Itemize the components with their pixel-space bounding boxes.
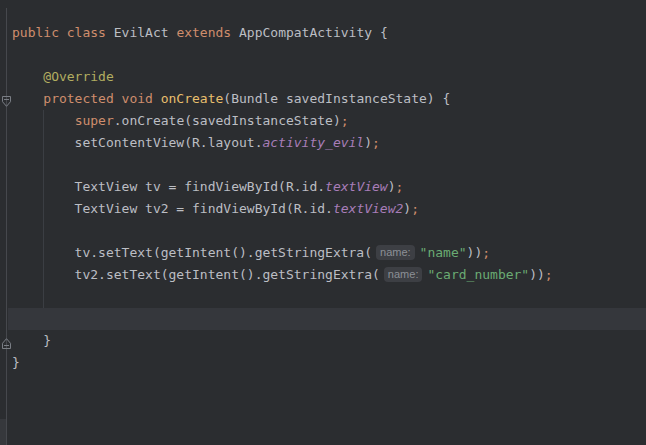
code-token-keyword: protected void (43, 91, 160, 106)
code-token-keyword: super (75, 113, 114, 128)
fold-collapse-down-icon[interactable] (1, 93, 12, 106)
code-token-plain: } (12, 333, 51, 348)
code-token-plain: TextView tv2 = findViewById(R.id. (12, 201, 333, 216)
code-line[interactable]: TextView tv2 = findViewById(R.id.textVie… (8, 198, 646, 220)
code-token-plain: TextView tv = findViewById(R.id. (12, 179, 325, 194)
code-token-plain (12, 113, 75, 128)
fold-collapse-up-icon[interactable] (1, 335, 12, 348)
code-token-string: "card_number" (427, 267, 529, 282)
code-token-plain: (Bundle savedInstanceState) { (223, 91, 450, 106)
code-token-plain: AppCompatActivity { (239, 25, 388, 40)
code-token-semicolon: ; (482, 245, 490, 260)
code-token-keyword: public class (12, 25, 114, 40)
code-token-string: "name" (420, 245, 467, 260)
code-line[interactable] (8, 154, 646, 176)
code-line[interactable]: tv.setText(getIntent().getStringExtra(na… (8, 242, 646, 264)
code-token-plain: tv2.setText(getIntent().getStringExtra( (12, 267, 380, 282)
code-token-semicolon: ; (341, 113, 349, 128)
code-token-plain: ) (364, 135, 372, 150)
code-token-semicolon: ; (396, 179, 404, 194)
code-line[interactable]: @Override (8, 66, 646, 88)
parameter-name-hint[interactable]: name: (376, 245, 415, 260)
code-area[interactable]: public class EvilAct extends AppCompatAc… (8, 22, 646, 445)
code-token-semicolon: ; (411, 201, 419, 216)
gutter-separator (6, 8, 7, 445)
code-token-resource: activity_evil (262, 135, 364, 150)
code-line[interactable]: super.onCreate(savedInstanceState); (8, 110, 646, 132)
code-line[interactable] (8, 286, 646, 308)
code-token-plain: tv.setText(getIntent().getStringExtra( (12, 245, 372, 260)
code-line[interactable]: TextView tv = findViewById(R.id.textView… (8, 176, 646, 198)
code-token-keyword: extends (176, 25, 239, 40)
code-line[interactable]: } (8, 352, 646, 374)
code-token-plain: )) (529, 267, 545, 282)
code-token-semicolon: ; (545, 267, 553, 282)
code-line[interactable]: } (8, 330, 646, 352)
code-line[interactable]: protected void onCreate(Bundle savedInst… (8, 88, 646, 110)
code-token-method: onCreate (161, 91, 224, 106)
panel-edge (0, 419, 6, 445)
code-token-resource: textView2 (333, 201, 403, 216)
code-token-plain: } (12, 355, 20, 370)
code-token-plain: setContentView(R.layout. (12, 135, 262, 150)
code-editor: public class EvilAct extends AppCompatAc… (0, 0, 646, 445)
code-line[interactable] (8, 44, 646, 66)
code-token-plain: )) (467, 245, 483, 260)
code-line[interactable] (8, 220, 646, 242)
code-token-annotation: @Override (43, 69, 113, 84)
code-token-plain: ) (403, 201, 411, 216)
caret-line[interactable] (8, 308, 646, 330)
code-token-plain: .onCreate(savedInstanceState) (114, 113, 341, 128)
code-line[interactable]: public class EvilAct extends AppCompatAc… (8, 22, 646, 44)
code-token-plain (12, 69, 43, 84)
code-token-plain: ) (388, 179, 396, 194)
code-line[interactable]: tv2.setText(getIntent().getStringExtra(n… (8, 264, 646, 286)
parameter-name-hint[interactable]: name: (384, 267, 423, 282)
code-line[interactable]: setContentView(R.layout.activity_evil); (8, 132, 646, 154)
code-token-plain: EvilAct (114, 25, 177, 40)
code-token-semicolon: ; (372, 135, 380, 150)
code-token-resource: textView (325, 179, 388, 194)
code-token-plain (12, 91, 43, 106)
